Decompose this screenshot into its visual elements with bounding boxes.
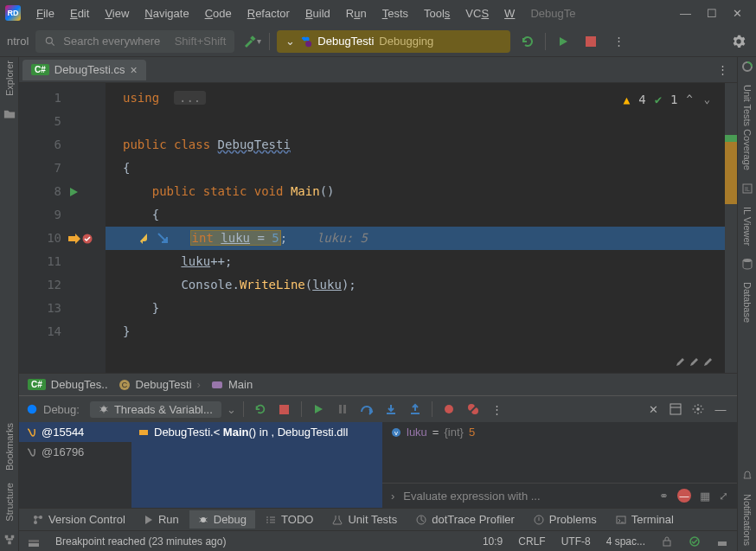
indent-info[interactable]: 4 spac... [606, 535, 645, 548]
search-everywhere[interactable]: Search everywhere Shift+Shift [35, 30, 234, 53]
structure-icon[interactable] [3, 534, 16, 546]
view-breakpoints-button[interactable] [439, 400, 458, 419]
pencil-icon[interactable] [702, 356, 713, 368]
pencil-icon[interactable] [675, 356, 685, 368]
more-run-button[interactable]: ⋮ [608, 31, 629, 52]
minimize-button[interactable]: — [680, 7, 691, 20]
hammer-icon [243, 35, 257, 48]
tab-debug[interactable]: Debug [189, 510, 255, 529]
tab-dottrace[interactable]: dotTrace Profiler [407, 510, 523, 529]
grid-view-icon[interactable]: ▦ [700, 490, 710, 503]
tab-todo[interactable]: TODO [257, 510, 322, 529]
build-button[interactable]: ▾ [241, 31, 262, 52]
inspection-nav-down[interactable]: ⌄ [704, 88, 713, 112]
file-encoding[interactable]: UTF-8 [561, 535, 591, 548]
layout-button[interactable] [666, 400, 685, 419]
menu-file[interactable]: File [29, 4, 61, 22]
no-entry-icon[interactable]: — [677, 489, 691, 503]
step-return-icon [138, 232, 150, 244]
step-over-button[interactable] [357, 400, 376, 419]
code-lens-icons [675, 356, 713, 368]
variable-row[interactable]: v luku = {int} 5 [382, 422, 737, 442]
maximize-button[interactable]: ☐ [707, 7, 717, 20]
rail-notifications[interactable]: Notifications [742, 494, 753, 546]
evaluate-expression-input[interactable]: Evaluate expression with ... [403, 490, 650, 503]
database-icon[interactable] [741, 258, 753, 270]
tab-run[interactable]: Run [136, 510, 188, 529]
link-icon[interactable]: ⚭ [659, 490, 669, 503]
readonly-lock-icon[interactable] [661, 535, 673, 548]
fold-region[interactable]: ... [174, 91, 206, 105]
rail-database[interactable]: Database [742, 282, 753, 323]
ok-icon[interactable]: ✔ [655, 88, 662, 112]
expand-icon[interactable]: ⤢ [719, 490, 728, 503]
thread-item[interactable]: @15544 [19, 422, 131, 442]
coverage-icon[interactable] [741, 61, 753, 73]
rerun-button[interactable] [517, 31, 538, 52]
rail-structure[interactable]: Structure [4, 483, 15, 522]
line-separator[interactable]: CRLF [518, 535, 545, 548]
menu-window[interactable]: W [497, 4, 522, 22]
inspection-nav-up[interactable]: ^ [687, 88, 695, 112]
menu-code[interactable]: Code [198, 4, 239, 22]
tab-terminal[interactable]: Terminal [607, 510, 682, 529]
caret-position[interactable]: 10:9 [483, 535, 503, 548]
menu-edit[interactable]: Edit [63, 4, 96, 22]
menu-tests[interactable]: Tests [375, 4, 415, 22]
play-icon [557, 35, 569, 48]
menu-refactor[interactable]: Refactor [240, 4, 297, 22]
resume-button[interactable] [309, 400, 328, 419]
warning-icon[interactable]: ▲ [623, 88, 630, 112]
crumb-file[interactable]: C# DebugTes.. [28, 378, 108, 391]
step-out-button[interactable] [406, 400, 425, 419]
tab-version-control[interactable]: Version Control [24, 510, 134, 529]
rail-bookmarks[interactable]: Bookmarks [4, 423, 15, 471]
threads-variables-tab[interactable]: Threads & Variabl... [90, 401, 221, 418]
editor-scrollbar[interactable] [725, 83, 737, 373]
sync-ok-icon[interactable] [689, 535, 701, 548]
rerun-debug-button[interactable] [251, 400, 270, 419]
breakpoint-icon[interactable] [82, 234, 93, 244]
menu-tools[interactable]: Tools [417, 4, 457, 22]
stop-debug-button[interactable] [275, 400, 294, 419]
mute-breakpoints-button[interactable] [464, 400, 483, 419]
close-button[interactable]: ✕ [733, 7, 742, 20]
folder-icon[interactable] [3, 108, 16, 120]
close-debug-button[interactable]: ✕ [644, 400, 663, 419]
rail-explorer[interactable]: Explorer [4, 61, 15, 96]
tab-problems[interactable]: Problems [525, 510, 605, 529]
bell-icon[interactable] [741, 470, 753, 482]
menu-build[interactable]: Build [298, 4, 337, 22]
run-config-selector[interactable]: ⌄ DebugTesti Debugging [277, 30, 510, 53]
step-into-button[interactable] [381, 400, 400, 419]
stack-frame[interactable]: DebugTesti.< Main() in , DebugTesti.dll [131, 422, 382, 442]
tab-unit-tests[interactable]: Unit Tests [324, 510, 406, 529]
settings-button[interactable] [728, 31, 749, 52]
rail-coverage[interactable]: Unit Tests Coverage [742, 85, 753, 170]
rail-il-viewer[interactable]: IL Viewer [742, 207, 753, 246]
crumb-method[interactable]: Main [211, 378, 253, 391]
run-button[interactable] [553, 31, 573, 52]
code-editor[interactable]: using ... public class DebugTesti { publ… [106, 83, 725, 373]
run-gutter-icon[interactable] [68, 187, 79, 197]
memory-indicator-icon[interactable] [716, 535, 728, 548]
stop-button[interactable] [580, 31, 601, 52]
editor-tab[interactable]: C# DebugTesti.cs × [22, 60, 146, 80]
thread-item[interactable]: @16796 [19, 442, 131, 462]
svg-text:IL: IL [745, 186, 750, 192]
pencil-icon[interactable] [689, 356, 699, 368]
il-viewer-icon[interactable]: IL [741, 183, 753, 195]
tab-close-button[interactable]: × [130, 63, 137, 77]
crumb-class[interactable]: C DebugTesti› [119, 378, 201, 391]
debug-more-button[interactable]: ⋮ [488, 400, 507, 419]
pause-button[interactable] [333, 400, 352, 419]
debug-settings-button[interactable] [689, 400, 708, 419]
tab-dropdown[interactable]: ⌄ [227, 403, 236, 416]
tab-more-button[interactable]: ⋮ [708, 63, 737, 76]
menu-navigate[interactable]: Navigate [138, 4, 195, 22]
menu-vcs[interactable]: VCS [458, 4, 496, 22]
tab-filename: DebugTesti.cs [54, 63, 125, 76]
status-icon[interactable] [28, 535, 40, 548]
menu-view[interactable]: View [98, 4, 136, 22]
menu-run[interactable]: Run [339, 4, 374, 22]
